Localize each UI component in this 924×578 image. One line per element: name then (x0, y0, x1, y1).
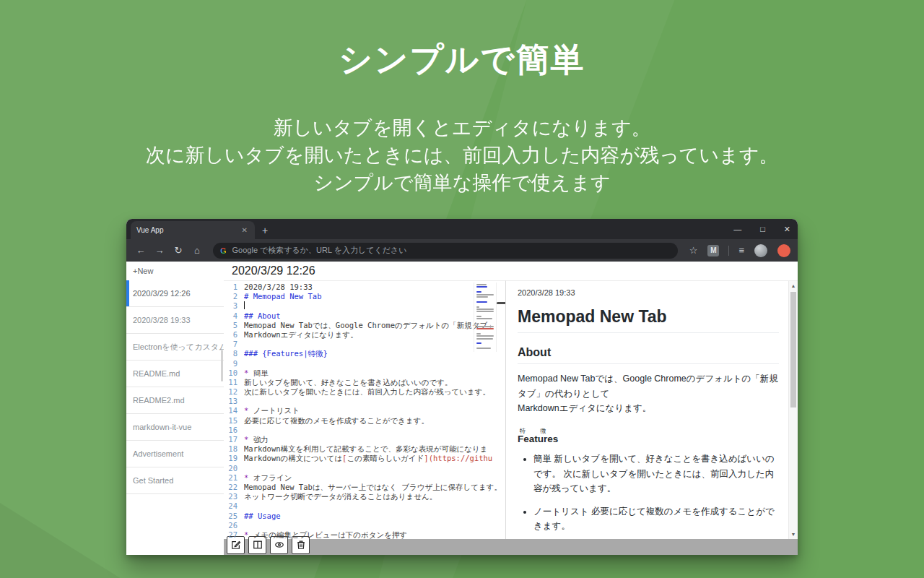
line-number: 9 (224, 359, 244, 368)
reload-icon[interactable]: ↻ (171, 245, 186, 256)
line-number: 22 (224, 483, 244, 492)
line-number: 21 (224, 473, 244, 483)
tab-close-icon[interactable]: ✕ (240, 226, 249, 234)
line-number: 6 (224, 330, 244, 340)
maximize-icon[interactable]: □ (760, 225, 765, 233)
editor-line: 2# Memopad New Tab (224, 292, 505, 301)
scroll-up-icon[interactable]: ▲ (789, 283, 798, 288)
back-icon[interactable]: ← (134, 245, 148, 256)
preview-about-heading: About (518, 346, 779, 364)
browser-titlebar: Vue App ✕ + — □ ✕ (126, 219, 798, 239)
editor-line: 5Memopad New Tabでは、Google Chromeのデフォルトの「… (224, 321, 505, 330)
line-number: 16 (224, 426, 244, 435)
memopad-app: +New 2020/3/29 12:26 2020/3/29 12:262020… (126, 262, 798, 555)
editor-line: 21* オフライン (224, 473, 505, 483)
line-number: 19 (224, 454, 244, 463)
sidebar-note-item[interactable]: Get Started (126, 467, 224, 494)
preview-scrollbar[interactable]: ▲ ▼ (788, 281, 798, 539)
editor-line: 16 (224, 426, 505, 435)
editor-line: 27* メモの編集とプレビューは下のボタンを押す (224, 530, 505, 539)
eye-icon (274, 540, 284, 550)
editor-toolbar (224, 539, 798, 555)
feature-list-item: 簡単 新しいタブを開いて、好きなことを書き込めばいいのです。 次に新しいタブを開… (533, 452, 779, 496)
extension-m-icon[interactable]: M (707, 245, 719, 256)
reading-list-icon[interactable]: ≡ (738, 245, 744, 256)
profile-avatar[interactable] (754, 244, 767, 257)
line-number: 14 (224, 406, 244, 415)
sidebar-note-item[interactable]: Advertisement (126, 441, 224, 467)
sidebar-note-item[interactable]: Electronを使ってカスタムブ (126, 334, 224, 361)
google-icon: G (220, 246, 227, 255)
sidebar-note-item[interactable]: markdown-it-vue (126, 414, 224, 441)
editor-line: 13 (224, 397, 505, 406)
line-number: 3 (224, 301, 244, 311)
page-title: シンプルで簡単 (0, 38, 924, 82)
line-number: 10 (224, 368, 244, 378)
editor-line: 17* 強力 (224, 435, 505, 444)
preview-features-heading: Features特徴 (518, 428, 779, 444)
editor-line: 3 (224, 301, 505, 311)
new-note-button[interactable]: +New (126, 267, 224, 275)
line-number: 7 (224, 340, 244, 349)
line-number: 11 (224, 378, 244, 387)
editor-minimap[interactable] (474, 282, 497, 352)
preview-scrollbar-thumb[interactable] (790, 292, 796, 407)
line-number: 20 (224, 464, 244, 473)
profile-badge-icon[interactable] (777, 244, 790, 257)
line-number: 13 (224, 397, 244, 406)
line-number: 27 (224, 530, 244, 539)
sidebar-note-item[interactable]: README.md (126, 361, 224, 387)
text-cursor (244, 301, 245, 309)
trash-icon (296, 540, 306, 550)
new-tab-icon[interactable]: + (262, 225, 268, 236)
line-number: 17 (224, 435, 244, 444)
editor-line: 8### {Features|特徴} (224, 349, 505, 358)
editor-line: 25## Usage (224, 512, 505, 521)
browser-navbar: ← → ↻ ⌂ G Google で検索するか、URL を入力してください ☆ … (126, 239, 798, 262)
home-icon[interactable]: ⌂ (190, 245, 204, 256)
markdown-editor[interactable]: 12020/3/28 19:332# Memopad New Tab34## A… (224, 280, 505, 539)
line-number: 25 (224, 512, 244, 521)
editor-line: 12次に新しいタブを開いたときには、前回入力した内容が残っています。 (224, 387, 505, 397)
address-placeholder: Google で検索するか、URL を入力してください (232, 245, 407, 256)
editor-line: 20 (224, 464, 505, 473)
editor-scrollbar-thumb[interactable] (497, 302, 505, 304)
line-number: 15 (224, 416, 244, 426)
editor-line: 22Memopad New Tabは、サーバー上ではなく ブラウザ上に保存してま… (224, 483, 505, 492)
line-number: 18 (224, 444, 244, 454)
preview-about-text: Memopad New Tabでは、Google Chromeのデフォルトの「新… (518, 371, 779, 416)
note-list-sidebar: 2020/3/29 12:262020/3/28 19:33Electronを使… (126, 280, 224, 555)
line-number: 2 (224, 292, 244, 301)
line-number: 26 (224, 521, 244, 530)
sidebar-note-item[interactable]: 2020/3/28 19:33 (126, 307, 224, 334)
preview-feature-list: 簡単 新しいタブを開いて、好きなことを書き込めばいいのです。 次に新しいタブを開… (533, 452, 779, 539)
minimize-icon[interactable]: — (733, 225, 741, 233)
bookmark-star-icon[interactable]: ☆ (689, 245, 698, 256)
line-number: 12 (224, 387, 244, 397)
editor-line: 23ネットワーク切断でデータが消えることはありません。 (224, 492, 505, 501)
line-number: 5 (224, 321, 244, 330)
toolbar-divider (728, 246, 729, 256)
browser-tab[interactable]: Vue App ✕ (131, 221, 255, 239)
browser-window: Vue App ✕ + — □ ✕ ← → ↻ ⌂ G Google で検索する… (126, 219, 798, 555)
line-number: 24 (224, 501, 244, 511)
sidebar-scrollbar[interactable] (221, 350, 223, 381)
editor-line: 7 (224, 340, 505, 349)
scroll-down-icon[interactable]: ▼ (789, 532, 798, 537)
forward-icon[interactable]: → (152, 245, 167, 256)
editor-line: 18Markdown構文を利用して記載することで、多彩な表現が可能になりま (224, 444, 505, 454)
editor-line: 26 (224, 521, 505, 530)
close-icon[interactable]: ✕ (784, 225, 790, 233)
address-bar[interactable]: G Google で検索するか、URL を入力してください (213, 243, 678, 259)
sidebar-note-item[interactable]: README2.md (126, 387, 224, 414)
hero-section: シンプルで簡単 新しいタブを開くとエディタになります。 次に新しいタブを開いたと… (0, 0, 924, 197)
window-controls: — □ ✕ (733, 219, 790, 239)
feature-list-item: ノートリスト 必要に応じて複数のメモを作成することができます。 (533, 504, 779, 534)
app-header: +New 2020/3/29 12:26 (126, 262, 798, 280)
sidebar-note-item[interactable]: 2020/3/29 12:26 (126, 280, 224, 307)
editor-line: 14* ノートリスト (224, 406, 505, 415)
note-title: 2020/3/29 12:26 (224, 264, 315, 277)
line-number: 23 (224, 492, 244, 501)
editor-line: 24 (224, 501, 505, 511)
line-number: 1 (224, 282, 244, 292)
